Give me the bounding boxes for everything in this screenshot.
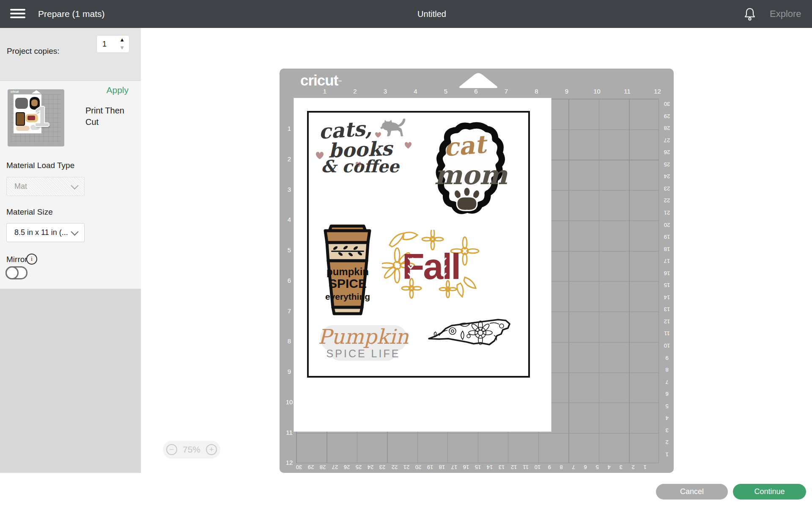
zoom-in-button[interactable]: +	[206, 444, 217, 455]
sidebar-empty-area	[0, 289, 141, 473]
mirror-label: Mirror	[6, 255, 27, 266]
mirror-info-icon[interactable]: i	[26, 254, 37, 265]
zoom-control: − 75% +	[163, 441, 220, 458]
svg-text:everything: everything	[325, 292, 370, 301]
apply-button[interactable]: Apply	[88, 85, 129, 95]
svg-text:& coffee: & coffee	[321, 156, 400, 174]
top-bar: Prepare (1 mats) Untitled Explore	[0, 0, 812, 28]
material-size-label: Material Size	[6, 207, 53, 217]
continue-button[interactable]: Continue	[733, 484, 806, 500]
sticker-pumpkin-spice-life: Pumpkin SPICE LIFE	[319, 322, 409, 365]
material-size-dropdown[interactable]: 8.5 in x 11 in (...	[6, 223, 85, 242]
material-load-type-value: Mat	[14, 177, 27, 196]
thumb-cricut-logo: cricut	[11, 90, 19, 93]
project-copies-section: Project copies: 1 ▲ ▼ Apply	[0, 28, 141, 81]
copies-value[interactable]: 1	[102, 36, 107, 52]
cancel-button[interactable]: Cancel	[656, 484, 728, 500]
thumb-mat-notch	[32, 90, 41, 94]
chevron-down-icon	[71, 228, 78, 235]
sticker-pumpkin-spice-cup: pumpkin SPICE everything	[314, 224, 381, 318]
page-title: Prepare (1 mats)	[38, 0, 105, 28]
app-window: Prepare (1 mats) Untitled Explore Projec…	[0, 0, 812, 508]
copies-increment-arrow[interactable]: ▲	[119, 36, 125, 43]
zoom-out-button[interactable]: −	[166, 444, 177, 455]
sticker-fall-flowers: Fall	[382, 230, 480, 299]
explore-link[interactable]: Explore	[770, 0, 801, 28]
svg-text:cat: cat	[442, 130, 489, 162]
material-load-type-dropdown[interactable]: Mat	[6, 177, 85, 196]
footer-bar: Cancel Continue	[0, 473, 812, 508]
notifications-bell-icon[interactable]	[743, 7, 756, 22]
svg-text:pumpkin: pumpkin	[326, 266, 369, 277]
chevron-down-icon	[71, 182, 78, 189]
mirror-toggle-knob	[5, 266, 19, 279]
material-size-value: 8.5 in x 11 in (...	[14, 224, 68, 242]
sticker-cats-books-coffee: cats, books & coffee	[315, 117, 412, 174]
print-sheet: cats, books & coffee cat mom	[294, 98, 551, 431]
project-copies-label: Project copies:	[7, 28, 60, 80]
svg-text:Fall: Fall	[402, 246, 460, 287]
mat-thumbnail[interactable]: cricut 1	[8, 88, 64, 148]
document-title[interactable]: Untitled	[417, 0, 446, 28]
zoom-level: 75%	[180, 441, 203, 458]
sticker-nc-mandala	[426, 317, 516, 354]
mat-type-label: Print Then Cut	[85, 105, 133, 128]
mat-notch	[455, 70, 502, 88]
mat-number: 1	[34, 100, 49, 133]
cricut-logo: cricut™	[300, 72, 342, 89]
sticker-cat-mom: cat mom	[424, 121, 510, 221]
svg-text:mom: mom	[434, 160, 508, 190]
svg-text:Pumpkin: Pumpkin	[319, 325, 409, 348]
prepare-sidebar: Project copies: 1 ▲ ▼ Apply cricut	[0, 28, 141, 473]
hamburger-menu-icon[interactable]	[10, 9, 25, 19]
material-load-type-label: Material Load Type	[6, 161, 74, 170]
copies-stepper[interactable]: 1 ▲ ▼	[96, 35, 129, 53]
svg-text:SPICE LIFE: SPICE LIFE	[326, 348, 401, 359]
mirror-toggle[interactable]	[5, 266, 27, 279]
svg-text:SPICE: SPICE	[329, 276, 367, 290]
cutting-mat: cricut™ 123456789101112 123456789101112 …	[280, 69, 674, 473]
mat-thumbnail-mat: cricut 1	[8, 89, 64, 146]
copies-decrement-arrow[interactable]: ▼	[119, 44, 125, 51]
